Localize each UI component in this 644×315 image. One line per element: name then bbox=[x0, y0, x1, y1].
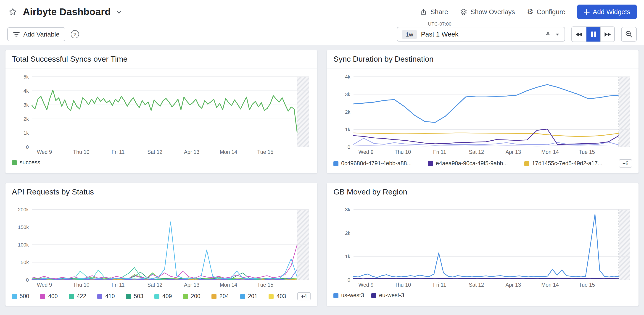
share-button[interactable]: Share bbox=[420, 8, 448, 15]
add-variable-button[interactable]: Add Variable bbox=[7, 27, 65, 41]
help-icon[interactable]: ? bbox=[71, 30, 79, 38]
legend-item[interactable]: us-west3 bbox=[334, 292, 364, 299]
widget-api-requests-by-status: API Requests by Status 050k100k150k200kW… bbox=[5, 183, 318, 306]
legend-label: 410 bbox=[105, 293, 115, 300]
time-box-icons bbox=[545, 31, 560, 37]
legend-item[interactable]: 409 bbox=[154, 293, 172, 300]
toolbar: Add Variable ? UTC-07:00 1w Past 1 Week bbox=[7, 24, 637, 45]
widget-grid: Total Successful Syncs over Time 01k2k3k… bbox=[0, 45, 644, 311]
title-menu-button[interactable] bbox=[115, 8, 123, 16]
legend-more-badge[interactable]: +4 bbox=[297, 292, 310, 301]
show-overlays-button[interactable]: Show Overlays bbox=[460, 8, 515, 15]
svg-text:Tue 15: Tue 15 bbox=[579, 149, 595, 155]
add-variable-label: Add Variable bbox=[23, 30, 60, 38]
pause-button[interactable] bbox=[586, 27, 600, 41]
line-chart-sync-duration[interactable]: 01k2k3k4kWed 9Thu 10Fri 11Sat 12Apr 13Mo… bbox=[332, 72, 633, 156]
add-widgets-button[interactable]: Add Widgets bbox=[577, 4, 637, 19]
chart-area: 01k2k3k4kWed 9Thu 10Fri 11Sat 12Apr 13Mo… bbox=[327, 68, 638, 156]
legend-label: 409 bbox=[162, 293, 172, 300]
svg-text:200k: 200k bbox=[18, 207, 29, 213]
widget-sync-duration-by-destination: Sync Duration by Destination 01k2k3k4kWe… bbox=[326, 50, 639, 173]
legend-swatch bbox=[12, 160, 17, 165]
legend-swatch bbox=[183, 294, 188, 299]
legend-item[interactable]: 503 bbox=[126, 293, 144, 300]
legend-swatch bbox=[212, 294, 217, 299]
svg-text:Thu 10: Thu 10 bbox=[394, 149, 411, 155]
zoom-out-button[interactable] bbox=[621, 27, 637, 41]
legend-item[interactable]: eu-west-3 bbox=[371, 292, 404, 299]
svg-text:5k: 5k bbox=[24, 74, 29, 80]
svg-text:2k: 2k bbox=[24, 116, 29, 122]
legend-item[interactable]: 201 bbox=[240, 293, 258, 300]
layers-icon bbox=[460, 8, 467, 15]
show-overlays-label: Show Overlays bbox=[470, 8, 515, 15]
svg-text:Fri 11: Fri 11 bbox=[112, 282, 124, 288]
svg-text:0: 0 bbox=[348, 277, 350, 283]
legend-item[interactable]: 400 bbox=[40, 293, 58, 300]
line-chart-api-requests[interactable]: 050k100k150k200kWed 9Thu 10Fri 11Sat 12A… bbox=[11, 205, 312, 289]
chart-area: 050k100k150k200kWed 9Thu 10Fri 11Sat 12A… bbox=[6, 201, 317, 289]
svg-text:Mon 14: Mon 14 bbox=[541, 149, 559, 155]
widget-title: GB Moved by Region bbox=[327, 183, 638, 201]
legend-item[interactable]: 17d1455c-7ed5-49d2-a17... bbox=[524, 160, 602, 167]
legend-item[interactable]: 422 bbox=[69, 293, 86, 300]
header: Airbyte Dashboard Share Show Overlays ⚙ … bbox=[0, 0, 644, 45]
plus-icon bbox=[584, 9, 590, 15]
legend-swatch bbox=[334, 161, 338, 166]
time-forward-button[interactable] bbox=[600, 27, 614, 41]
svg-text:Tue 15: Tue 15 bbox=[579, 282, 595, 288]
legend-item[interactable]: 200 bbox=[183, 293, 200, 300]
svg-text:Apr 13: Apr 13 bbox=[506, 149, 521, 155]
widget-title: Sync Duration by Destination bbox=[327, 50, 638, 68]
svg-text:Mon 14: Mon 14 bbox=[220, 149, 237, 155]
legend-more-badge[interactable]: +6 bbox=[619, 159, 632, 168]
svg-text:1k: 1k bbox=[345, 127, 350, 132]
playback-button-group bbox=[572, 26, 615, 42]
legend-swatch bbox=[269, 294, 274, 299]
caret-down-icon[interactable] bbox=[555, 32, 560, 37]
legend-swatch bbox=[69, 294, 74, 299]
configure-label: Configure bbox=[537, 8, 566, 15]
time-range-picker[interactable]: UTC-07:00 1w Past 1 Week bbox=[397, 27, 565, 41]
legend-swatch bbox=[524, 161, 529, 166]
legend-item[interactable]: 204 bbox=[212, 293, 229, 300]
share-icon bbox=[420, 8, 427, 15]
svg-text:3k: 3k bbox=[24, 102, 29, 108]
pin-icon[interactable] bbox=[545, 31, 551, 37]
svg-text:Wed 9: Wed 9 bbox=[358, 149, 374, 155]
legend-swatch bbox=[12, 294, 17, 299]
filter-icon bbox=[13, 31, 20, 37]
svg-text:Tue 15: Tue 15 bbox=[257, 149, 273, 155]
svg-text:Fri 11: Fri 11 bbox=[433, 149, 446, 155]
time-controls: UTC-07:00 1w Past 1 Week bbox=[397, 26, 637, 42]
time-backward-button[interactable] bbox=[572, 27, 586, 41]
legend-item[interactable]: e4aea90a-90ca-49f5-9abb... bbox=[428, 160, 508, 167]
legend-item[interactable]: success bbox=[12, 159, 40, 166]
legend-item[interactable]: 0c49680d-4791-4ebb-a88... bbox=[334, 160, 412, 167]
legend-label: 17d1455c-7ed5-49d2-a17... bbox=[532, 160, 602, 167]
svg-text:50k: 50k bbox=[21, 260, 29, 265]
legend-item[interactable]: 403 bbox=[269, 293, 286, 300]
svg-text:Thu 10: Thu 10 bbox=[73, 149, 90, 155]
svg-text:Mon 14: Mon 14 bbox=[220, 282, 237, 288]
line-chart-total-syncs[interactable]: 01k2k3k4k5kWed 9Thu 10Fri 11Sat 12Apr 13… bbox=[11, 72, 312, 156]
svg-text:Thu 10: Thu 10 bbox=[394, 282, 411, 288]
time-range-box[interactable]: 1w Past 1 Week bbox=[397, 27, 565, 41]
chart-area: 01k2k3k4k5kWed 9Thu 10Fri 11Sat 12Apr 13… bbox=[6, 68, 317, 156]
legend-label: 503 bbox=[134, 293, 144, 300]
svg-text:Fri 11: Fri 11 bbox=[112, 149, 124, 155]
svg-text:Apr 13: Apr 13 bbox=[184, 149, 199, 155]
line-chart-gb-moved[interactable]: 01k2k3kWed 9Thu 10Fri 11Sat 12Apr 13Mon … bbox=[332, 205, 633, 289]
legend-label: 200 bbox=[191, 293, 200, 300]
favorite-star-button[interactable] bbox=[7, 6, 18, 17]
legend-label: 204 bbox=[220, 293, 229, 300]
legend-item[interactable]: 500 bbox=[12, 293, 29, 300]
chart-legend: success bbox=[6, 156, 317, 171]
title-bar: Airbyte Dashboard Share Show Overlays ⚙ … bbox=[7, 0, 637, 24]
legend-item[interactable]: 410 bbox=[98, 293, 115, 300]
legend-swatch bbox=[40, 294, 46, 299]
svg-text:2k: 2k bbox=[345, 230, 350, 236]
share-label: Share bbox=[430, 8, 448, 15]
dashboard-title: Airbyte Dashboard bbox=[23, 6, 111, 17]
configure-button[interactable]: ⚙ Configure bbox=[527, 8, 565, 15]
